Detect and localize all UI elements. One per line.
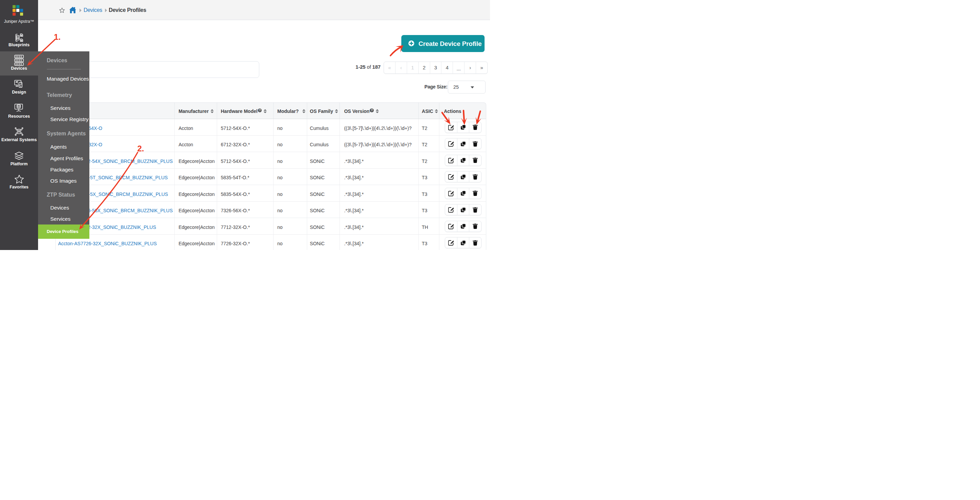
- svg-text:1.: 1.: [54, 32, 61, 42]
